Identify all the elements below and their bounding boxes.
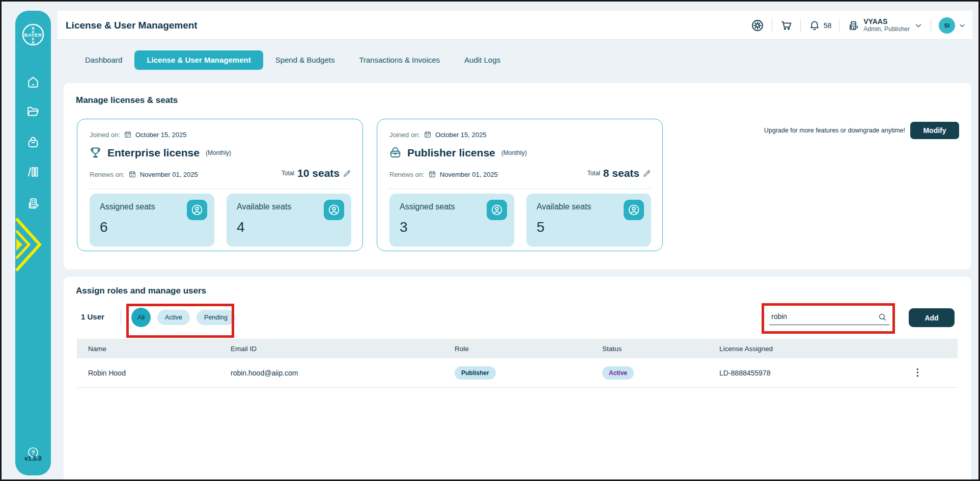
tab-spend-budgets[interactable]: Spend & Budgets	[263, 50, 347, 70]
renews-on-row: Renews on: November 01, 2025	[389, 170, 498, 178]
edit-seats-icon[interactable]	[343, 169, 351, 178]
user-badge	[624, 200, 644, 220]
joined-label: Joined on:	[90, 131, 120, 139]
renews-label: Renews on:	[90, 171, 125, 178]
col-header-email: Email ID	[219, 345, 443, 353]
chevron-down-icon	[958, 21, 966, 30]
org-text: VYAAS Admin, Publisher	[863, 18, 910, 33]
renews-on-row: Renews on: November 01, 2025	[90, 170, 198, 178]
bell-icon	[808, 19, 821, 32]
notifications-button[interactable]: 58	[808, 19, 832, 32]
edit-seats-icon[interactable]	[642, 169, 651, 178]
renews-date: November 01, 2025	[140, 171, 198, 178]
user-count: 1 User	[81, 312, 104, 321]
folder-icon	[26, 104, 40, 119]
search-input[interactable]	[769, 309, 889, 325]
role-badge: Publisher	[455, 366, 496, 380]
renews-date: November 01, 2025	[440, 171, 498, 178]
tab-audit-logs[interactable]: Audit Logs	[452, 50, 513, 70]
settings-button[interactable]	[751, 19, 764, 32]
users-section-title: Assign roles and manage users	[76, 286, 206, 296]
svg-text:R: R	[32, 40, 35, 45]
app-window: B A BAYER E R	[0, 0, 980, 481]
sidebar-item-workspace[interactable]	[26, 135, 40, 149]
calendar-icon	[124, 130, 132, 139]
joined-on-row: Joined on: October 15, 2025	[90, 130, 186, 139]
license-title-row: Publisher license (Monthly)	[388, 146, 527, 159]
tab-transactions-invoices[interactable]: Transactions & Invoices	[347, 50, 452, 70]
total-seats-row: Total 8 seats	[587, 167, 651, 179]
org-menu[interactable]: VYAAS Admin, Publisher	[847, 18, 923, 33]
total-label: Total	[282, 170, 294, 177]
col-header-name: Name	[77, 345, 219, 353]
joined-on-row: Joined on: October 15, 2025	[389, 130, 486, 139]
sidebar-item-home[interactable]	[26, 75, 40, 89]
assigned-seats-box: Assigned seats 6	[90, 194, 214, 247]
total-seats-row: Total 10 seats	[282, 167, 351, 179]
assigned-seats-count: 6	[100, 219, 108, 235]
add-user-button[interactable]: Add	[909, 308, 955, 327]
sidebar-item-projects[interactable]	[26, 104, 40, 119]
divider	[772, 19, 772, 32]
sidebar: B A BAYER E R	[15, 11, 51, 475]
org-role: Admin, Publisher	[863, 25, 910, 33]
tab-dashboard[interactable]: Dashboard	[73, 50, 134, 70]
divider	[800, 19, 801, 32]
divider	[89, 189, 351, 189]
modify-button[interactable]: Modify	[910, 122, 959, 139]
bayer-cross-icon: B A BAYER E R	[21, 23, 45, 46]
cell-email: robin.hood@aiip.com	[219, 369, 443, 377]
user-menu[interactable]: SI	[939, 17, 966, 34]
users-panel: Assign roles and manage users 1 User All…	[64, 277, 971, 481]
assigned-seats-label: Assigned seats	[400, 202, 455, 211]
row-actions-menu[interactable]: ⋮	[913, 367, 922, 378]
filter-pending[interactable]: Pending	[197, 310, 235, 325]
calendar-icon	[428, 170, 436, 178]
license-name: Enterprise license	[107, 147, 200, 159]
licenses-section-title: Manage licenses & seats	[76, 95, 178, 105]
chevron-down-icon	[914, 21, 923, 30]
cart-icon	[780, 19, 793, 32]
joined-label: Joined on:	[389, 131, 420, 139]
filter-active[interactable]: Active	[157, 310, 190, 325]
app-version: v1.5.0	[15, 455, 51, 462]
avatar[interactable]: SI	[939, 17, 955, 34]
user-search	[769, 309, 889, 325]
available-seats-label: Available seats	[537, 202, 591, 211]
billing-cycle: (Monthly)	[501, 149, 527, 156]
divider	[388, 189, 651, 189]
building-icon	[847, 19, 859, 32]
filter-all[interactable]: All	[131, 308, 151, 327]
table-row[interactable]: Robin Hood robin.hood@aiip.com Publisher…	[77, 358, 958, 388]
search-icon[interactable]	[878, 312, 887, 322]
bag-icon	[26, 135, 40, 149]
renews-label: Renews on:	[389, 171, 425, 178]
users-table: Name Email ID Role Status License Assign…	[77, 339, 958, 388]
notification-count: 58	[824, 21, 832, 30]
available-seats-count: 5	[537, 219, 545, 235]
available-seats-box: Available seats 5	[526, 194, 651, 247]
tab-license-user-management[interactable]: License & User Management	[134, 50, 263, 70]
assigned-seats-count: 3	[400, 219, 408, 235]
license-title-row: Enterprise license (Monthly)	[89, 146, 231, 159]
person-icon	[190, 203, 204, 217]
cell-name: Robin Hood	[77, 369, 219, 377]
assigned-seats-label: Assigned seats	[100, 202, 155, 211]
total-label: Total	[587, 170, 600, 177]
licenses-panel: Manage licenses & seats Joined on: Octob…	[64, 83, 971, 270]
sidebar-item-library[interactable]	[26, 165, 40, 179]
table-header-row: Name Email ID Role Status License Assign…	[77, 339, 958, 358]
main-tabs: Dashboard License & User Management Spen…	[73, 50, 513, 70]
sidebar-item-organization[interactable]	[26, 196, 40, 210]
divider	[839, 19, 839, 32]
top-bar: License & User Management	[58, 11, 972, 40]
top-bar-actions: 58 VYAAS Admin, Publisher SI	[751, 11, 966, 40]
basket-icon	[388, 146, 402, 159]
cell-license: LD-8888455978	[708, 369, 902, 377]
assigned-seats-box: Assigned seats 3	[389, 194, 514, 247]
cart-button[interactable]	[780, 19, 793, 32]
cell-role: Publisher	[443, 366, 591, 380]
org-name: VYAAS	[863, 18, 910, 25]
settings-icon	[751, 19, 764, 32]
billing-cycle: (Monthly)	[206, 149, 231, 156]
